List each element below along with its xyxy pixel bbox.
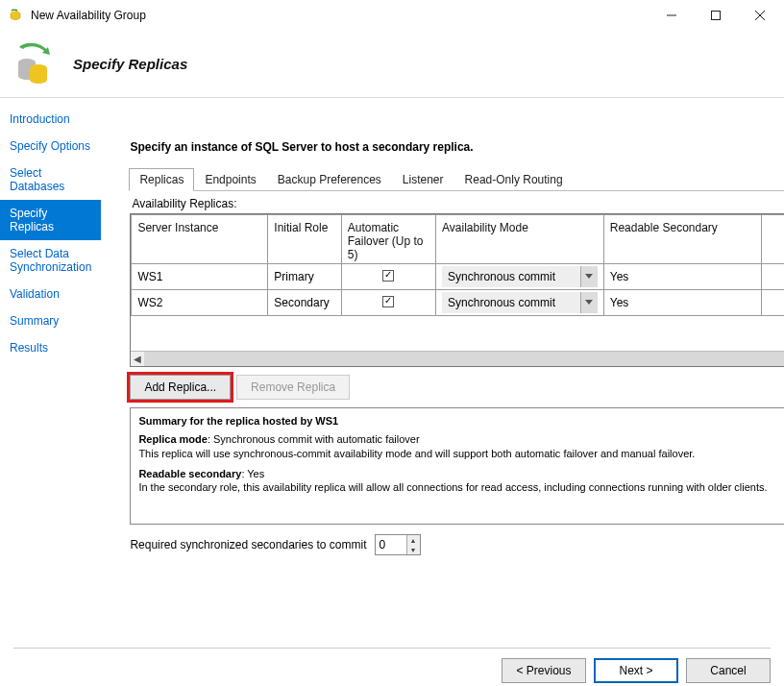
summary-heading: Summary for the replica hosted by WS1 xyxy=(138,414,784,429)
cell-server[interactable]: WS2 xyxy=(132,290,268,316)
summary-mode-value: Synchronous commit with automatic failov… xyxy=(213,433,420,445)
tab-backup-preferences[interactable]: Backup Preferences xyxy=(267,168,392,191)
instruction-heading: Specify an instance of SQL Server to hos… xyxy=(130,140,784,154)
cell-readsec[interactable]: Yes xyxy=(603,290,761,316)
next-button[interactable]: Next > xyxy=(594,658,678,683)
window-controls xyxy=(649,2,782,29)
cell-mode[interactable]: Synchronous commit xyxy=(436,290,604,316)
minimize-button[interactable] xyxy=(649,2,694,29)
chevron-down-icon[interactable] xyxy=(580,266,598,287)
sidebar-item-specify-replicas[interactable]: Specify Replicas xyxy=(0,200,101,240)
sidebar-item-select-data-sync[interactable]: Select Data Synchronization xyxy=(0,240,101,281)
checkbox-checked-icon[interactable] xyxy=(382,296,394,307)
spinner-down-icon[interactable]: ▼ xyxy=(407,545,420,554)
previous-button[interactable]: < Previous xyxy=(502,658,586,683)
summary-readsec-value: Yes xyxy=(247,468,264,479)
sidebar-item-results[interactable]: Results xyxy=(0,334,101,361)
scroll-left-icon[interactable]: ◀ xyxy=(131,352,144,366)
col-server-instance[interactable]: Server Instance xyxy=(132,215,268,264)
replica-summary-box: Summary for the replica hosted by WS1 Re… xyxy=(130,407,784,525)
cell-failover[interactable] xyxy=(341,290,435,316)
availability-replicas-label: Availability Replicas: xyxy=(132,197,784,210)
page-title: Specify Replicas xyxy=(73,56,187,72)
page-header: Specify Replicas xyxy=(0,31,784,98)
cell-extra[interactable] xyxy=(761,290,784,316)
tab-replicas[interactable]: Replicas xyxy=(129,168,194,191)
summary-readsec-desc: In the secondary role, this availability… xyxy=(138,481,767,493)
horizontal-scrollbar[interactable]: ◀ ▶ xyxy=(131,351,784,366)
required-secondaries-row: Required synchronized secondaries to com… xyxy=(130,534,784,555)
app-icon xyxy=(8,8,23,23)
cell-readsec[interactable]: Yes xyxy=(603,264,761,290)
summary-mode-desc: This replica will use synchronous-commit… xyxy=(138,448,695,459)
replicas-table-scroll[interactable]: Server Instance Initial Role Automatic F… xyxy=(131,214,784,351)
summary-readsec-label: Readable secondary xyxy=(138,468,241,479)
sidebar-item-validation[interactable]: Validation xyxy=(0,281,101,307)
summary-mode-label: Replica mode xyxy=(138,433,208,445)
sidebar-item-introduction[interactable]: Introduction xyxy=(0,106,101,133)
table-row[interactable]: WS1 Primary Synchronous commit Yes xyxy=(132,264,784,290)
table-row[interactable]: WS2 Secondary Synchronous commit Yes xyxy=(132,290,784,316)
maximize-button[interactable] xyxy=(694,2,738,29)
mode-value: Synchronous commit xyxy=(442,266,580,287)
remove-replica-button: Remove Replica xyxy=(236,375,350,400)
scroll-track[interactable] xyxy=(144,352,784,366)
main-panel: ? Help Specify an instance of SQL Server… xyxy=(101,98,784,636)
sidebar-item-summary[interactable]: Summary xyxy=(0,307,101,334)
cell-failover[interactable] xyxy=(341,264,435,290)
titlebar: New Availability Group xyxy=(0,0,784,31)
window-title: New Availability Group xyxy=(31,9,649,22)
cell-mode[interactable]: Synchronous commit xyxy=(436,264,604,290)
header-icon xyxy=(13,43,56,86)
tab-row: Replicas Endpoints Backup Preferences Li… xyxy=(129,167,784,191)
sidebar-item-select-databases[interactable]: Select Databases xyxy=(0,159,101,200)
close-button[interactable] xyxy=(738,2,782,29)
col-extra[interactable] xyxy=(761,215,784,264)
col-automatic-failover[interactable]: Automatic Failover (Up to 5) xyxy=(341,215,435,264)
spinner-up-icon[interactable]: ▲ xyxy=(407,535,420,545)
required-secondaries-spinner[interactable]: ▲ ▼ xyxy=(375,534,421,555)
chevron-down-icon[interactable] xyxy=(580,292,598,313)
required-secondaries-input[interactable] xyxy=(376,535,406,554)
cell-extra[interactable] xyxy=(761,264,784,290)
cell-server[interactable]: WS1 xyxy=(132,264,268,290)
col-initial-role[interactable]: Initial Role xyxy=(268,215,341,264)
footer: < Previous Next > Cancel xyxy=(0,649,784,683)
required-secondaries-label: Required synchronized secondaries to com… xyxy=(130,538,366,551)
cancel-button[interactable]: Cancel xyxy=(686,658,771,683)
tab-endpoints[interactable]: Endpoints xyxy=(194,168,266,191)
tab-listener[interactable]: Listener xyxy=(392,168,454,191)
replicas-table: Server Instance Initial Role Automatic F… xyxy=(131,214,784,316)
mode-value: Synchronous commit xyxy=(442,292,580,313)
col-readable-secondary[interactable]: Readable Secondary xyxy=(603,215,761,264)
cell-role: Primary xyxy=(268,264,341,290)
wizard-sidebar: Introduction Specify Options Select Data… xyxy=(0,98,101,636)
sidebar-item-specify-options[interactable]: Specify Options xyxy=(0,133,101,159)
svg-rect-2 xyxy=(712,12,721,20)
checkbox-checked-icon[interactable] xyxy=(382,270,394,282)
add-replica-button[interactable]: Add Replica... xyxy=(130,375,231,400)
replicas-table-container: Server Instance Initial Role Automatic F… xyxy=(130,213,784,367)
cell-role: Secondary xyxy=(268,290,341,316)
col-availability-mode[interactable]: Availability Mode xyxy=(436,215,604,264)
tab-read-only-routing[interactable]: Read-Only Routing xyxy=(454,168,574,191)
